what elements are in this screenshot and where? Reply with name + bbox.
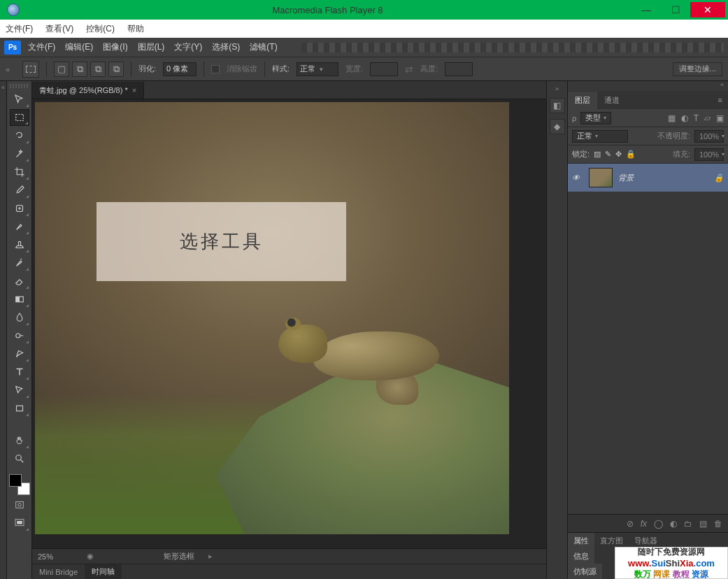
- outer-menu-file[interactable]: 文件(F): [6, 23, 33, 35]
- canvas-viewport[interactable]: 选择工具 ↖: [32, 99, 546, 548]
- filter-smart-icon[interactable]: ▣: [716, 113, 724, 123]
- lasso-tool[interactable]: [10, 127, 29, 144]
- refine-edge-button[interactable]: 调整边缘...: [673, 62, 722, 76]
- selection-intersect-icon[interactable]: ⧉: [108, 62, 124, 77]
- color-swatches[interactable]: [9, 474, 30, 495]
- swap-dims-icon: ⇄: [405, 64, 413, 75]
- clone-stamp-tool[interactable]: [10, 236, 29, 253]
- tab-info[interactable]: 信息: [568, 548, 594, 564]
- filter-shape-icon[interactable]: ▱: [704, 113, 711, 123]
- separator: [131, 62, 131, 77]
- layer-lock-icon[interactable]: 🔒: [714, 173, 724, 183]
- minimize-button[interactable]: —: [631, 2, 661, 17]
- layer-name[interactable]: 背景: [618, 173, 634, 183]
- layer-filter-row: ρ 类型 ▦ ◐ T ▱ ▣: [568, 109, 728, 127]
- tab-channels[interactable]: 通道: [597, 92, 627, 109]
- quick-mask-icon[interactable]: [10, 496, 29, 513]
- ps-menu-layer[interactable]: 图层(L): [138, 41, 165, 53]
- document-tab[interactable]: 青蛙.jpg @ 25%(RGB/8) * ×: [32, 82, 144, 99]
- canvas[interactable]: 选择工具 ↖: [35, 102, 509, 534]
- ps-menu-select[interactable]: 选择(S): [212, 41, 240, 53]
- strip-icon-1[interactable]: ◧: [550, 98, 565, 113]
- tab-layers[interactable]: 图层: [568, 92, 597, 109]
- selection-add-icon[interactable]: ⧉: [72, 62, 87, 77]
- outer-menu-help[interactable]: 帮助: [127, 23, 144, 35]
- selection-subtract-icon[interactable]: ⧉: [90, 62, 106, 77]
- delete-layer-icon[interactable]: 🗑: [714, 519, 722, 529]
- brush-tool[interactable]: [10, 218, 29, 235]
- layer-group-icon[interactable]: 🗀: [684, 519, 692, 529]
- ps-menu-edit[interactable]: 编辑(E): [65, 41, 93, 53]
- tab-mini-bridge[interactable]: Mini Bridge: [32, 566, 85, 578]
- layer-mask-icon[interactable]: ◯: [654, 519, 663, 529]
- layer-item-background[interactable]: 👁 背景 🔒: [568, 164, 728, 192]
- ps-menu-image[interactable]: 图像(I): [103, 41, 127, 53]
- maximize-button[interactable]: ☐: [661, 2, 690, 17]
- zoom-tool[interactable]: [10, 450, 29, 467]
- panel-menu-icon[interactable]: ≡: [713, 96, 728, 104]
- blend-mode-select[interactable]: 正常: [572, 130, 628, 143]
- close-button[interactable]: ✕: [690, 2, 725, 17]
- feather-input[interactable]: [163, 62, 197, 76]
- filter-icon[interactable]: ρ: [572, 114, 576, 122]
- pen-tool[interactable]: [10, 345, 29, 362]
- strip-collapse-icon[interactable]: »: [555, 85, 559, 92]
- ps-menu-file[interactable]: 文件(F): [28, 41, 55, 53]
- separator: [204, 62, 204, 77]
- outer-menu-control[interactable]: 控制(C): [86, 23, 115, 35]
- adjustment-layer-icon[interactable]: ◐: [670, 519, 677, 529]
- toolbar-grip[interactable]: [10, 84, 29, 88]
- tab-close-icon[interactable]: ×: [132, 86, 136, 94]
- filter-type-icon[interactable]: T: [694, 113, 699, 123]
- lock-transparent-icon[interactable]: ▨: [594, 150, 601, 159]
- dodge-tool[interactable]: [10, 327, 29, 344]
- screen-mode-icon[interactable]: [10, 515, 29, 531]
- window-titlebar: Macromedia Flash Player 8 — ☐ ✕: [0, 0, 728, 20]
- blur-tool[interactable]: [10, 309, 29, 326]
- tab-timeline[interactable]: 时间轴: [85, 564, 122, 579]
- status-chevron-icon[interactable]: ▸: [208, 552, 213, 561]
- marquee-tool[interactable]: [10, 109, 29, 126]
- tab-histogram[interactable]: 直方图: [594, 533, 629, 548]
- toolbar-collapse-icon[interactable]: «: [0, 81, 7, 579]
- type-tool[interactable]: [10, 364, 29, 380]
- lock-position-icon[interactable]: ✥: [615, 150, 622, 159]
- tool-preset-icon[interactable]: [22, 61, 39, 78]
- shape-tool[interactable]: [10, 400, 29, 417]
- outer-menu-view[interactable]: 查看(V): [45, 23, 73, 35]
- svg-rect-3: [15, 296, 19, 302]
- gradient-tool[interactable]: [10, 291, 29, 308]
- status-indicator-icon[interactable]: ◉: [87, 552, 94, 561]
- healing-brush-tool[interactable]: [10, 200, 29, 217]
- lock-pixels-icon[interactable]: ✎: [605, 150, 611, 159]
- layer-fx-icon[interactable]: fx: [641, 519, 647, 529]
- hand-tool[interactable]: [10, 432, 29, 449]
- strip-icon-2[interactable]: ◆: [550, 119, 565, 134]
- path-selection-tool[interactable]: [10, 382, 29, 399]
- layer-visibility-icon[interactable]: 👁: [572, 173, 583, 182]
- filter-pixel-icon[interactable]: ▦: [668, 113, 676, 123]
- crop-tool[interactable]: [10, 164, 29, 180]
- zoom-value[interactable]: 25%: [38, 552, 73, 561]
- lock-all-icon[interactable]: 🔒: [626, 150, 636, 159]
- eyedropper-tool[interactable]: [10, 182, 29, 199]
- link-layers-icon[interactable]: ⊘: [627, 519, 634, 529]
- tab-clone-source[interactable]: 仿制源: [568, 564, 602, 579]
- style-select[interactable]: 正常: [297, 62, 338, 76]
- eraser-tool[interactable]: [10, 273, 29, 290]
- selection-new-icon[interactable]: ▢: [54, 62, 69, 77]
- filter-adjust-icon[interactable]: ◐: [681, 113, 688, 123]
- magic-wand-tool[interactable]: [10, 145, 29, 162]
- layer-filter-select[interactable]: 类型: [580, 112, 611, 124]
- ps-menu-filter[interactable]: 滤镜(T): [250, 41, 277, 53]
- photo-content: [35, 102, 509, 534]
- ps-menu-text[interactable]: 文字(Y): [174, 41, 202, 53]
- new-layer-icon[interactable]: ▤: [699, 519, 707, 529]
- options-collapse-icon[interactable]: «: [6, 65, 15, 73]
- move-tool[interactable]: [10, 91, 29, 108]
- tab-properties[interactable]: 属性: [568, 533, 594, 548]
- foreground-color-swatch[interactable]: [9, 474, 22, 487]
- history-brush-tool[interactable]: [10, 255, 29, 271]
- layer-thumbnail[interactable]: [589, 168, 613, 187]
- panel-collapse-icon[interactable]: »: [568, 81, 728, 91]
